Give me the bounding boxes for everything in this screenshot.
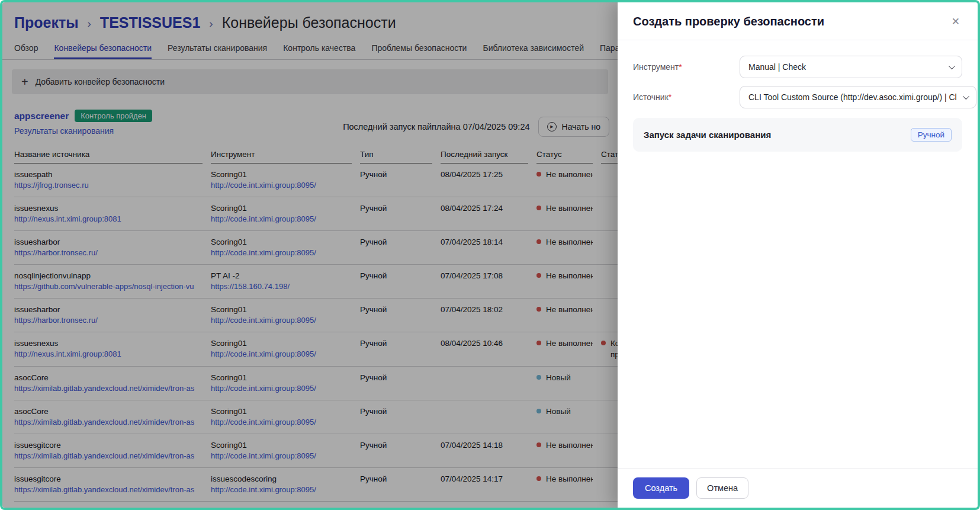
add-pipeline-label: Добавить конвейер безопасности <box>36 77 165 86</box>
scan-task-title: Запуск задачи сканирования <box>644 130 771 140</box>
cancel-button[interactable]: Отмена <box>696 477 748 499</box>
source-url-link[interactable]: https://github.com/vulnerable-apps/nosql… <box>14 281 203 292</box>
breadcrumb-projects[interactable]: Проекты <box>14 14 79 31</box>
source-url-link[interactable]: https://ximilab.gitlab.yandexcloud.net/x… <box>14 383 203 394</box>
last-run-date: 07/04/2025 14:17 <box>441 473 528 485</box>
source-url-link[interactable]: https://ximilab.gitlab.yandexcloud.net/x… <box>14 451 203 461</box>
table-row[interactable]: issuesnexus http://nexus.int.ximi.group:… <box>14 197 618 231</box>
tab-item[interactable]: Обзор <box>14 41 38 59</box>
scan-task-panel: Запуск задачи сканирования Ручной <box>633 118 962 152</box>
tool-url-link[interactable]: http://code.int.ximi.group:8095/ <box>211 485 352 495</box>
table-row[interactable]: nosqlinjectionvulnapp https://github.com… <box>14 265 618 299</box>
start-scan-button[interactable]: ▶ Начать но <box>538 117 609 137</box>
tab-item[interactable]: Библиотека зависимостей <box>483 41 584 59</box>
status-badge: Не выполнен <box>536 440 593 451</box>
pipeline-name-link[interactable]: appscreener <box>14 111 69 121</box>
table-row[interactable]: issuesharbor https://harbor.tronsec.ru/ … <box>14 299 618 332</box>
tab-label: Библиотека зависимостей <box>483 43 584 53</box>
play-icon: ▶ <box>547 122 557 131</box>
status-label: Не выполнен <box>546 338 593 349</box>
scan-results-link[interactable]: Результаты сканирования <box>14 126 152 136</box>
status-label: Новый <box>546 406 571 417</box>
tool-url-link[interactable]: http://code.int.ximi.group:8095/ <box>211 383 352 394</box>
tab-item[interactable]: Параметры проекта <box>600 41 618 59</box>
status-label: Не выполнен <box>546 236 593 248</box>
table-row[interactable]: issuesharbor https://harbor.tronsec.ru/ … <box>14 231 618 265</box>
tool-url-link[interactable]: http://code.int.ximi.group:8095/ <box>211 349 352 360</box>
table-row[interactable]: asocCore https://ximilab.gitlab.yandexcl… <box>14 367 618 400</box>
source-url-link[interactable]: http://nexus.int.ximi.group:8081 <box>14 214 203 224</box>
tab-item[interactable]: Результаты сканирования <box>168 41 267 59</box>
run-type: Ручной <box>360 338 432 349</box>
tool-name: Scoring01 <box>211 236 352 248</box>
column-header-last-run[interactable]: Последний запуск <box>441 150 528 163</box>
run-type: Ручной <box>360 440 432 451</box>
source-url-link[interactable]: https://harbor.tronsec.ru/ <box>14 315 203 326</box>
source-name: issuesharbor <box>14 304 203 315</box>
source-name: nosqlinjectionvulnapp <box>14 270 203 281</box>
tool-name: Scoring01 <box>211 203 352 214</box>
add-pipeline-button[interactable]: + Добавить конвейер безопасности <box>12 69 608 94</box>
tab-item[interactable]: Контроль качества <box>283 41 355 59</box>
tab-item[interactable]: Конвейеры безопасности <box>54 41 152 59</box>
status-dot-icon <box>536 307 541 312</box>
drawer-title: Создать проверку безопасности <box>633 15 824 28</box>
status-badge: Не выполнен <box>536 270 593 281</box>
column-header-status[interactable]: Статус <box>536 150 593 163</box>
column-header-status2[interactable]: Статус <box>601 150 618 163</box>
source-url-link[interactable]: https://harbor.tronsec.ru/ <box>14 248 203 258</box>
breadcrumb-project-name[interactable]: TESTISSUES1 <box>100 14 201 31</box>
drawer-footer: Создать Отмена <box>618 468 978 508</box>
status-dot-icon <box>536 206 541 210</box>
source-select[interactable]: CLI Tool Custom Source (http://dev.asoc.… <box>740 86 976 108</box>
tab-item[interactable]: Проблемы безопасности <box>371 41 467 59</box>
tool-url-link[interactable]: http://code.int.ximi.group:8095/ <box>211 451 352 461</box>
table-row[interactable]: issuesnexus http://nexus.int.ximi.group:… <box>14 332 618 367</box>
tool-url-link[interactable]: http://code.int.ximi.group:8095/ <box>211 180 352 191</box>
tab-label: Параметры проекта <box>600 43 618 53</box>
status-badge: Новый <box>536 372 593 383</box>
source-url-link[interactable]: https://ximilab.gitlab.yandexcloud.net/x… <box>14 417 203 428</box>
chevron-down-icon <box>949 63 955 69</box>
start-scan-label: Начать но <box>562 122 600 131</box>
tool-name: PT AI -2 <box>211 270 352 281</box>
source-url-link[interactable]: https://ximilab.gitlab.yandexcloud.net/x… <box>14 485 203 495</box>
table-header: Название источника Инструмент Тип Послед… <box>14 150 618 163</box>
tool-select[interactable]: Manual | Check <box>740 56 962 78</box>
source-name: issuesgitcore <box>14 473 203 485</box>
create-security-check-drawer: Создать проверку безопасности ✕ Инструме… <box>618 2 978 508</box>
column-header-source[interactable]: Название источника <box>14 150 203 163</box>
source-url-link[interactable]: https://jfrog.tronsec.ru <box>14 180 203 191</box>
tool-url-link[interactable]: http://code.int.ximi.group:8095/ <box>211 315 352 326</box>
last-run-date: 08/04/2025 17:25 <box>441 169 528 180</box>
table-row[interactable]: issuespath https://jfrog.tronsec.ru Scor… <box>14 163 618 197</box>
breadcrumb: Проекты › TESTISSUES1 › Конвейеры безопа… <box>2 2 618 31</box>
source-select-value: CLI Tool Custom Source (http://dev.asoc.… <box>748 92 957 102</box>
column-header-tool[interactable]: Инструмент <box>211 150 352 163</box>
table-row[interactable]: asocCore https://ximilab.gitlab.yandexcl… <box>14 400 618 434</box>
source-name: asocCore <box>14 406 203 417</box>
tool-url-link[interactable]: http://code.int.ximi.group:8095/ <box>211 214 352 224</box>
tool-url-link[interactable]: https://158.160.74.198/ <box>211 281 352 292</box>
tool-url-link[interactable]: http://code.int.ximi.group:8095/ <box>211 248 352 258</box>
status-dot-icon <box>536 409 541 413</box>
last-run-date: 07/04/2025 18:14 <box>441 236 528 248</box>
source-url-link[interactable]: http://nexus.int.ximi.group:8081 <box>14 349 203 360</box>
breadcrumb-separator: › <box>209 15 213 30</box>
last-run-date: 07/04/2025 17:08 <box>441 270 528 281</box>
table-row[interactable]: issuesgitcore https://ximilab.gitlab.yan… <box>14 468 618 502</box>
column-header-type[interactable]: Тип <box>360 150 432 163</box>
table-row[interactable]: issuesgitcore https://ximilab.gitlab.yan… <box>14 434 618 468</box>
tool-url-link[interactable]: http://code.int.ximi.group:8095/ <box>211 417 352 428</box>
table-body: issuespath https://jfrog.tronsec.ru Scor… <box>14 163 618 502</box>
manual-mode-badge[interactable]: Ручной <box>911 128 952 142</box>
tab-label: Проблемы безопасности <box>371 43 467 53</box>
create-button[interactable]: Создать <box>633 477 689 499</box>
last-run-date: 07/04/2025 14:18 <box>441 440 528 451</box>
run-type: Ручной <box>360 236 432 248</box>
status-label: Не выполнен <box>546 270 593 281</box>
close-icon[interactable]: ✕ <box>949 14 962 29</box>
status-label: Не выполнен <box>546 203 593 214</box>
tool-name: Scoring01 <box>211 169 352 180</box>
source-name: issuespath <box>14 169 203 180</box>
